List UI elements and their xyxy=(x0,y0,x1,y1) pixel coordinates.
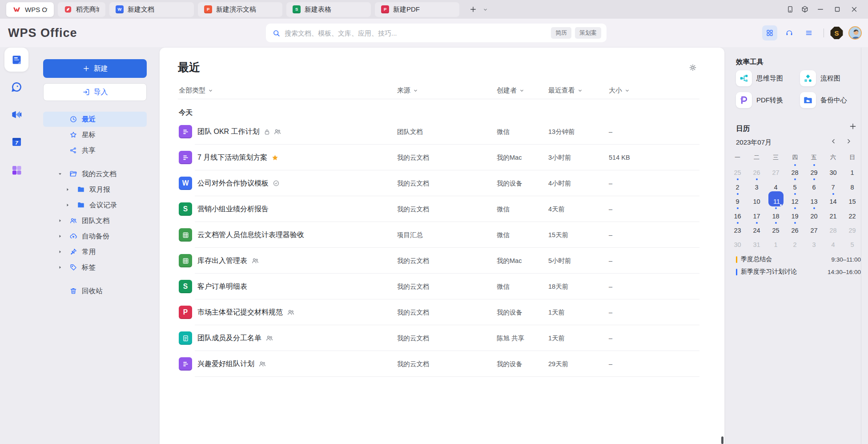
calendar-day-30[interactable]: 30 xyxy=(824,163,843,178)
minimize-button[interactable] xyxy=(812,0,829,19)
settings-gear-icon[interactable] xyxy=(689,64,697,72)
mobile-device-button[interactable] xyxy=(783,0,797,19)
rail-chat[interactable] xyxy=(4,75,28,99)
calendar-day-22[interactable]: 22 xyxy=(843,206,862,221)
sidebar-item-双月报[interactable]: 双月报 xyxy=(43,182,147,197)
file-row[interactable]: 兴趣爱好组队计划 我的云文档 我的设备 29天前 – xyxy=(160,351,724,377)
file-row[interactable]: 团队成员及分工名单 我的云文档 陈旭 共享 1天前 – xyxy=(160,325,724,351)
calendar-add-icon[interactable] xyxy=(849,122,857,130)
calendar-day-20[interactable]: 20 xyxy=(804,206,824,221)
filter-3[interactable]: 最近查看 xyxy=(548,86,583,95)
calendar-day-18[interactable]: 18 xyxy=(766,206,785,221)
calendar-day-3[interactable]: 3 xyxy=(747,178,766,192)
tab-list-chevron-icon[interactable] xyxy=(482,7,488,12)
new-tab-button[interactable] xyxy=(469,5,477,13)
file-row[interactable]: P 市场主体登记提交材料规范 我的云文档 我的设备 1天前 – xyxy=(160,299,724,325)
calendar-day-29[interactable]: 29 xyxy=(843,221,862,235)
sidebar-item-标签[interactable]: 标签 xyxy=(43,260,147,275)
maximize-button[interactable] xyxy=(829,0,846,19)
tool-流程图[interactable]: 流程图 xyxy=(800,69,862,87)
calendar-day-4[interactable]: 4 xyxy=(824,235,843,250)
calendar-day-28[interactable]: 28 xyxy=(824,221,843,235)
sidebar-item-回收站[interactable]: 回收站 xyxy=(43,283,147,299)
calendar-day-3[interactable]: 3 xyxy=(804,235,824,250)
caret-right-icon[interactable] xyxy=(58,265,62,270)
sidebar-item-常用[interactable]: 常用 xyxy=(43,244,147,259)
tab-1[interactable]: 稻壳商城 xyxy=(58,2,105,17)
calendar-day-16[interactable]: 16 xyxy=(728,206,747,221)
calendar-day-26[interactable]: 26 xyxy=(785,221,804,235)
calendar-day-12[interactable]: 12 xyxy=(785,192,804,206)
scrollbar-thumb[interactable] xyxy=(721,436,723,444)
calendar-day-28[interactable]: 28 xyxy=(785,163,804,178)
tab-2[interactable]: W新建文档 xyxy=(109,2,194,17)
caret-right-icon[interactable] xyxy=(65,203,70,207)
calendar-day-2[interactable]: 2 xyxy=(728,178,747,192)
calendar-day-29[interactable]: 29 xyxy=(804,163,824,178)
tool-备份中心[interactable]: 备份中心 xyxy=(800,91,862,109)
search-bar[interactable]: 简历 策划案 xyxy=(266,24,607,42)
calendar-day-26[interactable]: 26 xyxy=(747,163,766,178)
calendar-day-24[interactable]: 24 xyxy=(747,221,766,235)
file-row[interactable]: 7 月线下活动策划方案 我的云文档 我的Mac 3小时前 514 KB xyxy=(160,145,724,170)
file-row[interactable]: 库存出入管理表 我的云文档 我的Mac 5小时前 – xyxy=(160,248,724,274)
sidebar-item-我的云文档[interactable]: 我的云文档 xyxy=(43,166,147,182)
import-button[interactable]: 导入 xyxy=(43,83,147,101)
calendar-day-1[interactable]: 1 xyxy=(843,163,862,178)
calendar-day-17[interactable]: 17 xyxy=(747,206,766,221)
tool-思维导图[interactable]: 思维导图 xyxy=(736,69,798,87)
caret-right-icon[interactable] xyxy=(65,187,70,192)
sidebar-item-会议记录[interactable]: 会议记录 xyxy=(43,198,147,213)
new-document-button[interactable]: 新建 xyxy=(43,59,147,78)
tab-5[interactable]: P新建PDF xyxy=(375,2,459,17)
filter-0[interactable]: 全部类型 xyxy=(179,86,213,95)
calendar-day-31[interactable]: 31 xyxy=(747,235,766,250)
caret-down-icon[interactable] xyxy=(58,172,62,176)
caret-right-icon[interactable] xyxy=(58,218,62,223)
close-button[interactable] xyxy=(846,0,863,19)
caret-right-icon[interactable] xyxy=(58,250,62,254)
calendar-day-10[interactable]: 10 xyxy=(747,192,766,206)
filter-4[interactable]: 大小 xyxy=(609,86,630,95)
calendar-day-21[interactable]: 21 xyxy=(824,206,843,221)
calendar-day-19[interactable]: 19 xyxy=(785,206,804,221)
calendar-day-7[interactable]: 7 xyxy=(824,178,843,192)
apps-grid-icon[interactable] xyxy=(762,25,777,40)
calendar-day-6[interactable]: 6 xyxy=(804,178,824,192)
calendar-day-15[interactable]: 15 xyxy=(843,192,862,206)
tab-4[interactable]: S新建表格 xyxy=(286,2,371,17)
rail-calendar[interactable]: 7 xyxy=(4,129,28,153)
calendar-day-27[interactable]: 27 xyxy=(804,221,824,235)
calendar-day-30[interactable]: 30 xyxy=(728,235,747,250)
calendar-day-13[interactable]: 13 xyxy=(804,192,824,206)
calendar-day-5[interactable]: 5 xyxy=(785,178,804,192)
headset-support-icon[interactable] xyxy=(782,25,797,40)
search-tag-resume[interactable]: 简历 xyxy=(551,27,571,39)
rail-apps[interactable] xyxy=(4,158,28,182)
calendar-day-23[interactable]: 23 xyxy=(728,221,747,235)
search-tag-plan[interactable]: 策划案 xyxy=(575,27,601,39)
calendar-event[interactable]: 季度总结会 9:30–11:00 xyxy=(736,254,861,265)
calendar-day-8[interactable]: 8 xyxy=(843,178,862,192)
workspace-cube-button[interactable] xyxy=(797,0,812,19)
tab-0[interactable]: WPS Office xyxy=(6,2,54,17)
sidebar-item-星标[interactable]: 星标 xyxy=(43,127,147,142)
calendar-event[interactable]: 新季度学习计划讨论 14:30–16:00 xyxy=(736,266,861,278)
rail-meeting[interactable] xyxy=(4,102,28,126)
file-row[interactable]: 云文档管人员信息统计表理器验收 项目汇总 微信 15天前 – xyxy=(160,222,724,248)
calendar-day-9[interactable]: 9 xyxy=(728,192,747,206)
menu-icon[interactable] xyxy=(801,25,816,40)
calendar-day-5[interactable]: 5 xyxy=(843,235,862,250)
calendar-next-icon[interactable] xyxy=(845,138,852,145)
file-row[interactable]: 团队 OKR 工作计划 团队文档 微信 13分钟前 – xyxy=(160,119,724,145)
search-input[interactable] xyxy=(285,29,547,37)
tab-3[interactable]: P新建演示文稿 xyxy=(198,2,282,17)
user-avatar[interactable] xyxy=(848,26,862,40)
sidebar-item-自动备份[interactable]: 自动备份 xyxy=(43,229,147,244)
file-row[interactable]: S 客户订单明细表 我的云文档 微信 18天前 – xyxy=(160,274,724,299)
filter-1[interactable]: 来源 xyxy=(397,86,418,95)
file-row[interactable]: S 营销小组业绩分析报告 我的云文档 微信 4天前 – xyxy=(160,196,724,222)
calendar-day-25[interactable]: 25 xyxy=(728,163,747,178)
calendar-day-14[interactable]: 14 xyxy=(824,192,843,206)
calendar-prev-icon[interactable] xyxy=(830,138,837,145)
